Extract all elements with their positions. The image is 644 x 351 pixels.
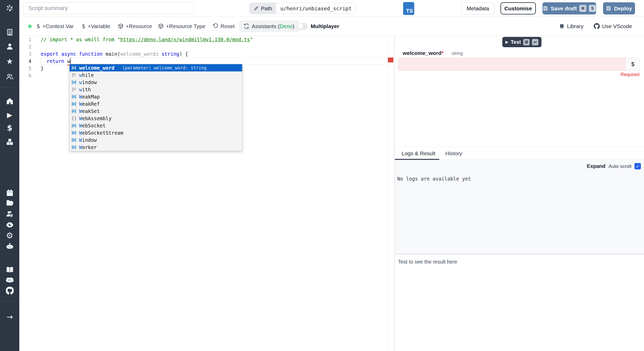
use-vscode-button[interactable]: Use VScode [594, 17, 632, 36]
insert-variable-button[interactable]: $ [626, 58, 640, 70]
autocomplete-item-WebSocketStream[interactable]: WebSocketStream [70, 129, 242, 136]
customise-button[interactable]: Customise [501, 2, 536, 14]
sidebar: ★ ▶ $ [0, 0, 19, 351]
package-icon [158, 23, 164, 29]
autocomplete-label: Worker [79, 144, 97, 150]
test-button[interactable]: ▶ Test ⌘ ↵ [502, 37, 541, 47]
right-panel: ▶ Test ⌘ ↵ welcome_word* string $ Requir… [394, 36, 644, 351]
autocomplete-item-WebAssembly[interactable]: {}WebAssembly [70, 115, 242, 122]
assistants-button[interactable]: Assistants (Deno) [239, 20, 299, 32]
sidebar-item-audit-logs[interactable] [0, 220, 19, 230]
welcome-word-input[interactable] [398, 58, 626, 70]
sidebar-item-ai[interactable] [0, 241, 19, 251]
rotate-ccw-icon [213, 23, 218, 29]
sidebar-item-settings[interactable]: ⚙ [0, 230, 19, 241]
discord-icon [6, 276, 14, 284]
expand-button[interactable]: Expand [587, 163, 605, 169]
snippet-icon [71, 72, 79, 78]
error-marker [388, 58, 393, 62]
autocomplete-item-window[interactable]: window [70, 79, 242, 86]
sidebar-item-schedules[interactable] [0, 188, 19, 198]
sidebar-item-runs[interactable]: ▶ [0, 110, 19, 120]
sidebar-item-workspace[interactable] [0, 27, 19, 37]
autocomplete-label: WebAssembly [79, 116, 112, 121]
autoscroll-checkbox[interactable]: ✓ [634, 163, 641, 169]
code-line: return w [41, 58, 386, 65]
line-number[interactable]: 4 [19, 58, 33, 65]
autocomplete-detail: (parameter) welcome_word: string [122, 65, 207, 70]
line-number[interactable]: 3 [19, 50, 33, 58]
autocomplete-label: while [79, 72, 94, 78]
dollar-icon: $ [7, 123, 12, 132]
sidebar-item-groups[interactable] [0, 71, 19, 82]
line-number[interactable]: 5 [19, 65, 33, 72]
autocomplete-item-welcome_word[interactable]: welcome_word(parameter) welcome_word: st… [70, 64, 242, 71]
panel-divider[interactable] [395, 254, 644, 254]
line-number[interactable]: 1 [19, 36, 33, 43]
script-summary-input[interactable] [23, 2, 194, 14]
editor-gutter[interactable]: 123456 [19, 36, 33, 79]
add-context-var-label: +Context Var [42, 23, 74, 29]
dollar-icon: $ [631, 61, 634, 68]
autocomplete-label: Window [79, 137, 97, 143]
sidebar-item-variables[interactable]: $ [0, 123, 19, 133]
overview-ruler[interactable] [388, 36, 394, 351]
sidebar-item-docs[interactable] [0, 264, 19, 275]
customise-label: Customise [504, 5, 532, 12]
sidebar-item-favorites[interactable]: ★ [0, 56, 19, 66]
s-key-icon: S [589, 5, 596, 12]
windmill-logo-icon[interactable] [0, 2, 19, 14]
parameter-icon [71, 65, 79, 70]
metadata-button[interactable]: Metadata [461, 2, 495, 14]
sidebar-item-folders[interactable] [0, 198, 19, 208]
sidebar-item-workers[interactable] [0, 209, 19, 219]
reset-button[interactable]: Reset [213, 17, 235, 36]
pencil-icon [254, 6, 259, 11]
sidebar-item-resources[interactable] [0, 137, 19, 147]
top-bar: Path u/henri/unbiased_script TS Metadata… [19, 0, 644, 17]
autocomplete-item-Window[interactable]: Window [70, 136, 242, 144]
add-variable-button[interactable]: $ +Variable [82, 17, 110, 36]
autocomplete-item-Worker[interactable]: Worker [70, 144, 242, 151]
multiplayer-label: Multiplayer [311, 17, 339, 36]
logs-empty-message: No logs are available yet [397, 176, 471, 182]
arg-input-wrapper: $ [398, 58, 640, 71]
deploy-button[interactable]: Deploy [603, 2, 635, 14]
sidebar-collapse-button[interactable]: → [0, 312, 19, 322]
cmd-key-icon: ⌘ [579, 5, 586, 12]
sidebar-divider [0, 301, 19, 301]
refresh-icon [244, 23, 249, 29]
library-button[interactable]: Library [559, 17, 583, 36]
sidebar-item-user[interactable] [0, 41, 19, 52]
folder-open-icon [6, 199, 14, 207]
autocomplete-label: WebSocket [79, 123, 106, 128]
autocomplete-item-WeakSet[interactable]: WeakSet [70, 108, 242, 115]
script-path-chip[interactable]: Path u/henri/unbiased_script [249, 3, 356, 14]
sidebar-item-home[interactable] [0, 96, 19, 106]
code-line: // import * as wmill from "https://deno.… [41, 36, 386, 43]
arg-name-label: welcome_word* [403, 50, 444, 56]
tab-logs-result[interactable]: Logs & Result [402, 147, 435, 160]
line-number[interactable]: 6 [19, 72, 33, 79]
tab-history[interactable]: History [445, 147, 462, 160]
parameter-icon [71, 109, 79, 114]
autocomplete-item-with[interactable]: with [70, 86, 242, 93]
autocomplete-item-WebSocket[interactable]: WebSocket [70, 122, 242, 129]
multiplayer-toggle[interactable] [297, 23, 308, 30]
add-context-var-button[interactable]: $ +Context Var [37, 17, 74, 36]
autocomplete-item-WeakRef[interactable]: WeakRef [70, 100, 242, 108]
save-draft-button[interactable]: Save draft ⌘ S [543, 2, 596, 14]
autocomplete-label: WeakMap [79, 94, 100, 100]
autocomplete-item-WeakMap[interactable]: WeakMap [70, 93, 242, 100]
add-resource-type-button[interactable]: +Resource Type [158, 17, 205, 36]
add-resource-button[interactable]: +Resource [118, 17, 152, 36]
assistants-label: Assistants ( [252, 23, 280, 29]
line-number[interactable]: 2 [19, 43, 33, 50]
autocomplete-item-while[interactable]: while [70, 71, 242, 79]
result-tabs: Logs & Result History [395, 147, 644, 160]
use-vscode-label: Use VScode [602, 23, 632, 29]
sidebar-item-github[interactable] [0, 285, 19, 296]
add-resource-label: +Resource [126, 23, 152, 29]
sidebar-item-discord[interactable] [0, 275, 19, 285]
parameter-icon [71, 145, 79, 150]
